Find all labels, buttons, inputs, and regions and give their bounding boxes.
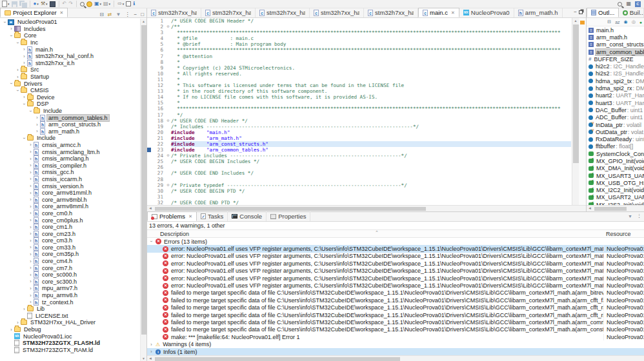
code-line[interactable]: 26 <box>147 164 571 170</box>
expander-icon[interactable]: › <box>28 273 34 277</box>
info-button[interactable]: ℹ <box>132 0 136 8</box>
problem-row[interactable]: ✕error: NucleoProva01.elf uses VFP regis… <box>147 282 644 289</box>
scroll-left-icon[interactable]: ◄ <box>148 206 152 210</box>
hide-fields-icon[interactable]: ◉ <box>623 19 629 24</box>
outline-item[interactable]: fftbuffer : float[] <box>587 143 644 150</box>
tree-item[interactable]: ›NucleoProva01 <box>0 19 141 26</box>
filter-icon[interactable]: ▼ <box>115 12 123 17</box>
tab-stm32h7xx-hal-[interactable]: cstm32h7xx_hal_... <box>147 8 201 17</box>
outline-item[interactable]: SMX_DMA_Init(void <box>587 165 644 172</box>
code-line[interactable]: 11 * <box>147 77 571 83</box>
expander-icon[interactable]: › <box>21 47 27 52</box>
tab-console[interactable]: Console <box>228 211 267 221</box>
outline-item[interactable]: hi2s2 : I2S_HandleT <box>587 70 644 77</box>
tree-item[interactable]: ›hcore_cm23.h <box>0 230 141 237</box>
code-editor[interactable]: 1/* USER CODE BEGIN Header */2⊖/**3 ****… <box>147 18 571 205</box>
fold-marker-icon[interactable]: ⊖ <box>165 153 171 159</box>
expander-icon[interactable]: › <box>28 245 34 249</box>
tree-item[interactable]: ›Debug <box>0 326 141 333</box>
code-line[interactable]: 6 **************************************… <box>147 47 571 53</box>
expander-icon[interactable]: › <box>28 259 34 264</box>
expander-icon[interactable]: › <box>28 170 34 175</box>
code-line[interactable]: 18⊖/* USER CODE END Header */ <box>147 118 571 124</box>
collapse-all-icon[interactable]: ⊟ <box>98 12 105 17</box>
tree-item[interactable]: STM32H723ZGTX_RAM.ld <box>0 347 141 354</box>
scroll-down-icon[interactable]: ▼ <box>141 356 146 360</box>
tree-item[interactable]: ›hcore_cm7.h <box>0 264 141 271</box>
expander-icon[interactable]: › <box>148 349 154 354</box>
tree-item[interactable]: ›Include <box>0 135 141 142</box>
expander-icon[interactable]: › <box>28 184 34 188</box>
hide-static-icon[interactable]: ◎ <box>630 19 637 24</box>
code-line[interactable]: 21#include "arm_math.h" <box>147 135 571 141</box>
build-button[interactable]: ⚒▾ <box>40 0 48 8</box>
code-line[interactable]: 17 */ <box>147 112 571 118</box>
problem-row[interactable]: ✕failed to merge target specific data of… <box>147 318 644 326</box>
tab-nucleoprova01-[interactable]: MXNucleoProva01... <box>459 8 514 17</box>
tab-tasks[interactable]: ✓Tasks <box>197 211 228 221</box>
tree-item[interactable]: ›hmain.h <box>0 46 141 53</box>
close-icon[interactable]: ✕ <box>451 10 455 15</box>
minimize-icon[interactable]: − <box>132 12 138 17</box>
scrollbar-thumb[interactable] <box>155 207 426 211</box>
tree-item[interactable]: ›hcore_armv8mbl.h <box>0 196 141 203</box>
outline-item[interactable]: hi2c2 : I2C_Handle <box>587 63 644 70</box>
problem-row[interactable]: ✕failed to merge target specific data of… <box>147 289 644 297</box>
problem-row[interactable]: ✕error: NucleoProva01.elf uses VFP regis… <box>147 260 644 267</box>
expander-icon[interactable]: › <box>21 61 27 65</box>
expander-icon[interactable]: › <box>15 40 20 46</box>
expander-icon[interactable]: › <box>28 266 34 270</box>
outline-item[interactable]: huart2 : UART_Han <box>587 92 644 99</box>
outline-item[interactable]: VInData_ptr : volatil <box>587 121 644 128</box>
editor-vertical-scrollbar[interactable]: ▲ <box>572 18 579 205</box>
outline-item[interactable]: VOutData_ptr : volat <box>587 128 644 135</box>
code-line[interactable]: 23#include "arm_common_tables.h" <box>147 147 571 153</box>
fold-marker-icon[interactable]: ⊖ <box>165 24 171 30</box>
problems-group-row[interactable]: ›⚠Warnings (4 items) <box>147 340 644 347</box>
expander-icon[interactable]: › <box>28 286 34 291</box>
code-line[interactable]: 31 <box>147 194 571 200</box>
tree-item[interactable]: ›hcore_cm4.h <box>0 258 141 265</box>
problem-row[interactable]: ✕failed to merge target specific data of… <box>147 311 644 318</box>
tree-item[interactable]: ›hcore_cm0.h <box>0 210 141 217</box>
expander-icon[interactable]: › <box>28 225 34 229</box>
expander-icon[interactable]: › <box>28 191 34 195</box>
tab-properties[interactable]: Properties <box>267 211 310 221</box>
expander-icon[interactable]: › <box>28 300 34 304</box>
expander-icon[interactable]: › <box>28 279 34 284</box>
view-menu-icon[interactable]: ⋮ <box>123 12 131 17</box>
tree-item[interactable]: ›hcmsis_armclang_ltm.h <box>0 148 141 155</box>
tree-item[interactable]: ›hcore_sc000.h <box>0 271 141 278</box>
tree-item[interactable]: ›hcore_armv81mml.h <box>0 190 141 197</box>
outline-item[interactable]: DAC_Buffer : uint1 <box>587 106 644 113</box>
scrollbar-thumb[interactable] <box>594 207 627 211</box>
outline-item[interactable]: ≡arm_const_structs.h <box>587 41 644 48</box>
tree-item[interactable]: ›CMSIS <box>0 87 141 94</box>
save-button[interactable] <box>11 0 18 8</box>
tree-item[interactable]: ›hcmsis_armcc.h <box>0 142 141 149</box>
close-icon[interactable]: ✕ <box>60 10 64 15</box>
expander-icon[interactable]: › <box>34 129 40 133</box>
project-tree-scrollbar[interactable]: ▲ ▼ <box>140 19 146 361</box>
column-description[interactable]: Description <box>160 231 189 237</box>
problem-row[interactable]: ✕failed to merge target specific data of… <box>147 326 644 333</box>
fold-marker-icon[interactable]: ⊖ <box>165 182 171 188</box>
expander-icon[interactable]: › <box>28 177 34 181</box>
scrollbar-thumb[interactable] <box>573 24 579 163</box>
expander-icon[interactable]: › <box>28 197 34 202</box>
tree-item[interactable]: ›hstm32h7xx_hal_conf.h <box>0 53 141 60</box>
scrollbar-thumb[interactable] <box>141 25 146 335</box>
code-line[interactable]: 16 *************************************… <box>147 106 571 112</box>
tree-item[interactable]: ›Lib <box>0 306 141 313</box>
tab-buil-[interactable]: Buil... <box>619 8 644 17</box>
tree-item[interactable]: ›STM32H7xx_HAL_Driver <box>0 319 141 326</box>
outline-item[interactable]: huart3 : UART_Han <box>587 99 644 106</box>
code-line[interactable]: 20#include "main.h" <box>147 130 571 135</box>
outline-item[interactable]: SMX_USART3_UART <box>587 172 644 179</box>
tree-item[interactable]: ›harm_common_tables.h <box>0 114 141 121</box>
code-line[interactable]: 13 * in the root directory of this softw… <box>147 88 571 94</box>
outline-item[interactable]: ≡arm_math.h <box>587 34 644 41</box>
code-line[interactable]: 8 * <box>147 59 571 65</box>
expander-icon[interactable]: › <box>28 252 34 257</box>
launch-debug-button[interactable]: ●▾ <box>33 0 39 8</box>
